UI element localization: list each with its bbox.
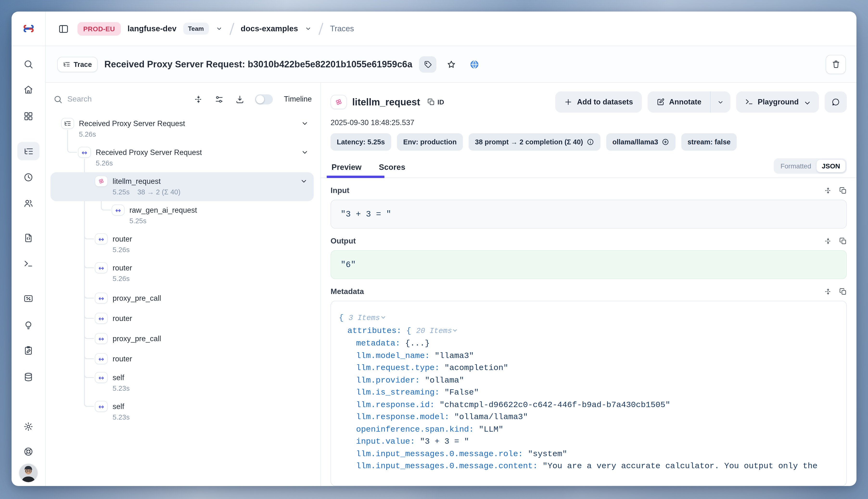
collapse-section-icon[interactable] <box>824 288 832 295</box>
comment-icon <box>831 98 840 106</box>
tree-item-router[interactable]: ↔ router5.26s <box>46 259 320 288</box>
tree-item-self[interactable]: ↔ self5.23s <box>46 369 320 398</box>
annotate-dropdown-button[interactable] <box>710 92 730 113</box>
tree-item-name: router <box>113 314 132 322</box>
copy-id-button[interactable]: ID <box>427 98 444 106</box>
playground-button[interactable]: Playground <box>736 92 819 113</box>
metadata-json-line: llm.provider: "ollama" <box>339 374 839 386</box>
tree-item-duration: 5.23s <box>113 385 130 392</box>
tree-item-duration: 5.25s <box>113 188 130 196</box>
delete-trace-button[interactable] <box>826 54 846 74</box>
star-icon <box>447 59 456 69</box>
sidebar-item-annotation[interactable] <box>23 345 34 356</box>
tree-item-self[interactable]: ↔ self5.23s <box>46 398 320 426</box>
copy-section-icon[interactable] <box>839 288 847 295</box>
tab-scores[interactable]: Scores <box>378 159 406 178</box>
sidebar-item-dashboards[interactable] <box>23 111 34 121</box>
badge-label: stream: false <box>687 138 731 146</box>
metadata-json-viewer[interactable]: { 3 Itemsattributes: { 20 Itemsmetadata:… <box>331 301 847 486</box>
bookmark-star-button[interactable] <box>443 56 460 72</box>
trace-chip-label: Trace <box>74 60 92 68</box>
observation-badge[interactable]: ollama/llama3 <box>606 133 675 150</box>
observation-badge: stream: false <box>681 133 737 150</box>
dashboards-icon <box>23 111 34 121</box>
org-logo[interactable] <box>12 12 46 46</box>
format-option-formatted[interactable]: Formatted <box>775 160 817 172</box>
home-icon <box>23 85 34 95</box>
tree-item-router[interactable]: ↔ router <box>46 349 320 369</box>
public-globe-button[interactable] <box>466 56 482 72</box>
json-collapse-icon[interactable] <box>452 327 458 333</box>
sidebar-item-tracing[interactable] <box>17 142 39 160</box>
tab-preview[interactable]: Preview <box>331 159 363 178</box>
sidebar-item-settings[interactable] <box>23 422 34 431</box>
tag-button[interactable] <box>419 56 437 72</box>
download-button[interactable] <box>234 94 245 105</box>
sidebar-item-datasets[interactable] <box>23 372 34 382</box>
project-name[interactable]: docs-examples <box>241 24 298 33</box>
plus-circle-icon[interactable] <box>662 138 669 146</box>
chevron-down-icon[interactable] <box>301 119 309 127</box>
tree-search-input[interactable] <box>68 95 125 104</box>
langfuse-logo-icon <box>22 22 35 35</box>
tree-item-proxy-pre-call[interactable]: ↔ proxy_pre_call <box>46 288 320 308</box>
sidebar-item-home[interactable] <box>23 85 34 95</box>
sidebar-item-insights[interactable] <box>23 320 34 330</box>
tree-item-duration: 5.26s <box>113 275 130 282</box>
sidebar-item-users[interactable] <box>23 198 34 208</box>
collapse-all-button[interactable] <box>193 94 204 105</box>
span-icon: ↔ <box>95 401 108 412</box>
metadata-json-line: llm.is_streaming: "False" <box>339 386 839 399</box>
chevron-down-icon[interactable] <box>301 148 309 156</box>
sidebar-item-playground[interactable] <box>23 259 34 269</box>
span-icon: ↔ <box>95 313 108 324</box>
tree-item-received-proxy-server-request[interactable]: ↔ Received Proxy Server Request5.26s <box>46 143 320 172</box>
input-section-title: Input <box>331 186 349 195</box>
sidebar-item-prompts[interactable] <box>23 233 34 243</box>
tree-search[interactable] <box>53 95 193 104</box>
tree-settings-button[interactable] <box>213 94 224 105</box>
org-chevron-down-icon[interactable] <box>216 25 223 32</box>
desktop-background: PROD-EU langfuse-dev Team docs-examples … <box>0 0 868 499</box>
copy-section-icon[interactable] <box>839 237 847 245</box>
collapse-section-icon[interactable] <box>824 237 832 245</box>
json-collapse-icon[interactable] <box>380 314 386 320</box>
copy-section-icon[interactable] <box>839 187 847 194</box>
chevron-down-icon[interactable] <box>300 177 308 185</box>
add-to-datasets-button[interactable]: Add to datasets <box>555 92 642 113</box>
span-icon: ↔ <box>95 353 108 364</box>
collapse-section-icon[interactable] <box>824 187 832 194</box>
tree-item-name: raw_gen_ai_request <box>130 206 197 215</box>
observation-name: litellm_request <box>352 97 420 108</box>
project-chevron-down-icon[interactable] <box>305 25 312 32</box>
sidebar-item-evaluation[interactable] <box>23 293 34 304</box>
timeline-toggle[interactable] <box>255 94 273 104</box>
tree-item-name: proxy_pre_call <box>113 294 161 302</box>
annotate-button[interactable]: Annotate <box>647 92 710 113</box>
comment-button[interactable] <box>825 92 847 113</box>
user-avatar[interactable] <box>19 464 38 482</box>
span-icon: ↔ <box>112 205 125 216</box>
tree-item-received-proxy-server-request[interactable]: Received Proxy Server Request5.26s <box>46 114 320 143</box>
tab-label: Scores <box>379 163 405 171</box>
observation-badge[interactable]: 38 prompt → 2 completion (Σ 40) <box>469 133 600 150</box>
tree-item-litellm-request[interactable]: litellm_request5.25s38 → 2 (Σ 40) <box>50 172 314 201</box>
org-name[interactable]: langfuse-dev <box>127 24 176 33</box>
format-toggle: FormattedJSON <box>774 158 847 174</box>
prompts-icon <box>23 233 34 243</box>
sidebar-item-search[interactable] <box>23 59 34 69</box>
detail-scroll-area[interactable]: Input "3 + 3 = " Output <box>321 178 856 486</box>
tree-item-proxy-pre-call[interactable]: ↔ proxy_pre_call <box>46 328 320 349</box>
breadcrumb-section[interactable]: Traces <box>330 24 354 33</box>
trace-type-chip[interactable]: Trace <box>57 57 98 72</box>
output-section-title: Output <box>331 237 356 245</box>
tree-item-raw-gen-ai-request[interactable]: ↔ raw_gen_ai_request5.25s <box>46 201 320 230</box>
format-option-json[interactable]: JSON <box>817 160 845 172</box>
info-icon[interactable] <box>587 138 594 146</box>
tree-item-router[interactable]: ↔ router5.26s <box>46 230 320 259</box>
breadcrumb: PROD-EU langfuse-dev Team docs-examples … <box>46 12 365 46</box>
tree-item-router[interactable]: ↔ router <box>46 308 320 328</box>
sidebar-toggle-button[interactable] <box>56 21 71 36</box>
sidebar-item-support[interactable] <box>23 447 34 457</box>
sidebar-item-sessions[interactable] <box>23 172 34 182</box>
